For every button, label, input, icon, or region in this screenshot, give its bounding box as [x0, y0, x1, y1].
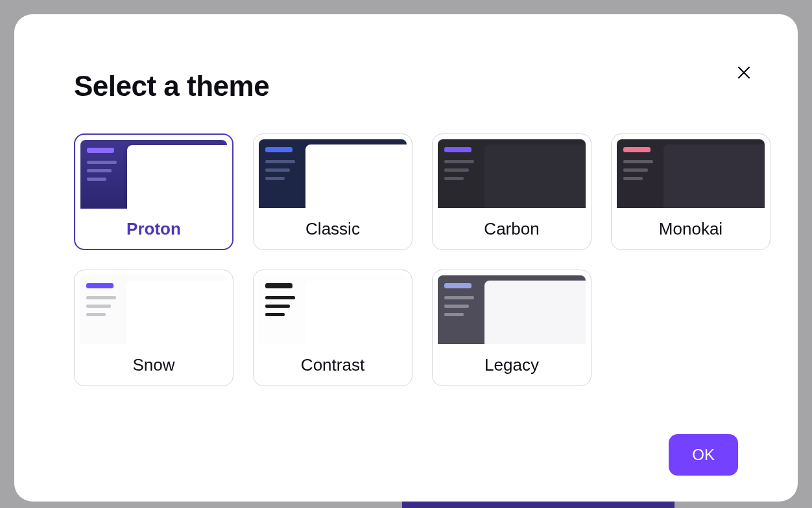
theme-preview [80, 140, 227, 209]
theme-label: Snow [75, 344, 233, 386]
theme-preview [80, 275, 228, 344]
theme-option-carbon[interactable]: Carbon [432, 133, 591, 250]
theme-preview [438, 139, 586, 208]
theme-preview [438, 275, 586, 344]
close-button[interactable] [732, 60, 756, 87]
theme-preview [259, 139, 407, 208]
theme-label: Carbon [433, 208, 591, 249]
theme-option-contrast[interactable]: Contrast [253, 270, 412, 386]
theme-option-snow[interactable]: Snow [74, 270, 233, 386]
modal-header: Select a theme [74, 70, 738, 102]
ok-button[interactable]: OK [669, 434, 738, 476]
theme-option-monokai[interactable]: Monokai [611, 133, 770, 250]
close-icon [735, 64, 752, 81]
theme-select-modal: Select a theme Proton [14, 14, 798, 502]
theme-option-legacy[interactable]: Legacy [432, 270, 591, 386]
theme-label: Proton [75, 209, 232, 249]
theme-option-proton[interactable]: Proton [74, 133, 233, 250]
modal-title: Select a theme [74, 70, 269, 102]
theme-option-classic[interactable]: Classic [253, 133, 412, 250]
theme-label: Monokai [612, 208, 770, 249]
theme-preview [617, 139, 765, 208]
theme-label: Legacy [433, 344, 591, 386]
theme-label: Classic [254, 208, 412, 249]
modal-footer: OK [74, 434, 738, 476]
theme-preview [259, 275, 407, 344]
theme-grid: Proton Classic [74, 133, 738, 386]
theme-label: Contrast [254, 344, 412, 386]
